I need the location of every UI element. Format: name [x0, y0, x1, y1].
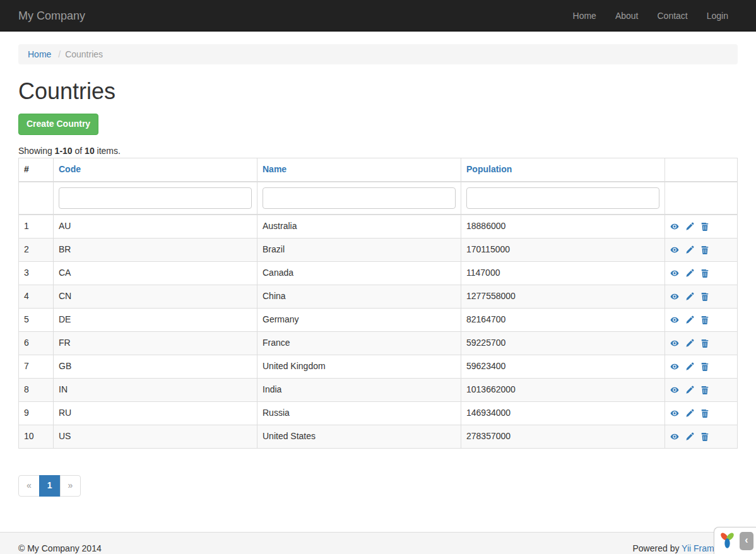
delete-button[interactable]: [700, 408, 709, 418]
filter-input-population[interactable]: [466, 187, 659, 209]
countries-grid: # Code Name Population 1: [18, 158, 738, 449]
delete-button[interactable]: [700, 315, 709, 324]
sort-link-code[interactable]: Code: [59, 164, 81, 174]
cell-code: FR: [54, 331, 257, 355]
yii-logo-icon: [718, 531, 736, 551]
breadcrumb-home-link[interactable]: Home: [28, 49, 51, 59]
delete-button[interactable]: [700, 292, 709, 301]
cell-population: 278357000: [461, 425, 665, 448]
trash-icon: [700, 384, 709, 394]
delete-button[interactable]: [700, 268, 709, 278]
navbar-brand[interactable]: My Company: [18, 0, 85, 32]
navbar: My Company Home About Contact Login: [0, 0, 756, 32]
delete-button[interactable]: [700, 338, 709, 348]
grid-summary: Showing 1-10 of 10 items.: [18, 146, 738, 156]
cell-code: DE: [54, 308, 257, 331]
eye-icon: [670, 361, 679, 371]
cell-actions: [665, 261, 738, 285]
eye-icon: [670, 244, 679, 254]
trash-icon: [700, 314, 709, 324]
cell-population: 1277558000: [461, 285, 665, 308]
eye-icon: [670, 291, 679, 301]
update-button[interactable]: [685, 338, 694, 348]
view-button[interactable]: [670, 315, 679, 324]
sort-link-name[interactable]: Name: [263, 164, 286, 174]
update-button[interactable]: [685, 315, 694, 324]
breadcrumb: Home Countries: [18, 44, 738, 64]
pencil-icon: [685, 384, 694, 394]
view-button[interactable]: [670, 408, 679, 418]
pencil-icon: [685, 268, 694, 278]
powered-by-text: Powered by: [632, 543, 682, 553]
page-1-link[interactable]: 1: [39, 475, 61, 497]
cell-name: Germany: [257, 308, 461, 331]
nav-link-home[interactable]: Home: [564, 0, 606, 32]
view-button[interactable]: [670, 245, 679, 254]
update-button[interactable]: [685, 408, 694, 418]
delete-button[interactable]: [700, 432, 709, 441]
debug-toolbar-toggle-button[interactable]: ‹: [740, 532, 753, 550]
delete-button[interactable]: [700, 385, 709, 394]
delete-button[interactable]: [700, 362, 709, 371]
cell-actions: [665, 308, 738, 331]
trash-icon: [700, 361, 709, 371]
cell-name: France: [257, 331, 461, 355]
cell-index: 2: [19, 238, 54, 261]
update-button[interactable]: [685, 362, 694, 371]
cell-code: US: [54, 425, 257, 448]
view-button[interactable]: [670, 385, 679, 394]
delete-button[interactable]: [700, 245, 709, 254]
update-button[interactable]: [685, 268, 694, 278]
cell-population: 82164700: [461, 308, 665, 331]
cell-code: BR: [54, 238, 257, 261]
sort-link-population[interactable]: Population: [466, 164, 512, 174]
view-button[interactable]: [670, 432, 679, 441]
filter-input-code[interactable]: [59, 187, 252, 209]
prev-page-arrow[interactable]: «: [18, 475, 40, 497]
table-row: 1 AU Australia 18886000: [19, 215, 738, 238]
pencil-icon: [685, 244, 694, 254]
view-button[interactable]: [670, 221, 679, 231]
page-footer: © My Company 2014 Powered by Yii Framewo…: [0, 532, 756, 554]
cell-code: AU: [54, 215, 257, 238]
update-button[interactable]: [685, 245, 694, 254]
nav-item-login: Login: [697, 0, 738, 32]
table-row: 2 BR Brazil 170115000: [19, 238, 738, 261]
view-button[interactable]: [670, 292, 679, 301]
pencil-icon: [685, 314, 694, 324]
summary-total: 10: [85, 146, 95, 156]
cell-name: Brazil: [257, 238, 461, 261]
page-title: Countries: [18, 78, 738, 105]
pencil-icon: [685, 221, 694, 231]
view-button[interactable]: [670, 268, 679, 278]
cell-actions: [665, 425, 738, 448]
summary-range: 1-10: [55, 146, 73, 156]
cell-index: 9: [19, 401, 54, 425]
nav-link-about[interactable]: About: [606, 0, 648, 32]
update-button[interactable]: [685, 292, 694, 301]
cell-population: 59225700: [461, 331, 665, 355]
filter-input-name[interactable]: [263, 187, 456, 209]
update-button[interactable]: [685, 385, 694, 394]
create-country-button[interactable]: Create Country: [18, 114, 98, 135]
update-button[interactable]: [685, 432, 694, 441]
delete-button[interactable]: [700, 221, 709, 231]
trash-icon: [700, 244, 709, 254]
table-row: 10 US United States 278357000: [19, 425, 738, 448]
next-page-arrow[interactable]: »: [60, 475, 81, 497]
nav-link-login[interactable]: Login: [697, 0, 738, 32]
cell-actions: [665, 378, 738, 401]
yii-debug-toolbar: ‹: [714, 527, 756, 554]
cell-index: 6: [19, 331, 54, 355]
cell-name: China: [257, 285, 461, 308]
view-button[interactable]: [670, 362, 679, 371]
nav-link-contact[interactable]: Contact: [647, 0, 697, 32]
cell-index: 10: [19, 425, 54, 448]
update-button[interactable]: [685, 221, 694, 231]
eye-icon: [670, 221, 679, 231]
cell-index: 8: [19, 378, 54, 401]
view-button[interactable]: [670, 338, 679, 348]
cell-code: CA: [54, 261, 257, 285]
cell-index: 5: [19, 308, 54, 331]
trash-icon: [700, 408, 709, 418]
